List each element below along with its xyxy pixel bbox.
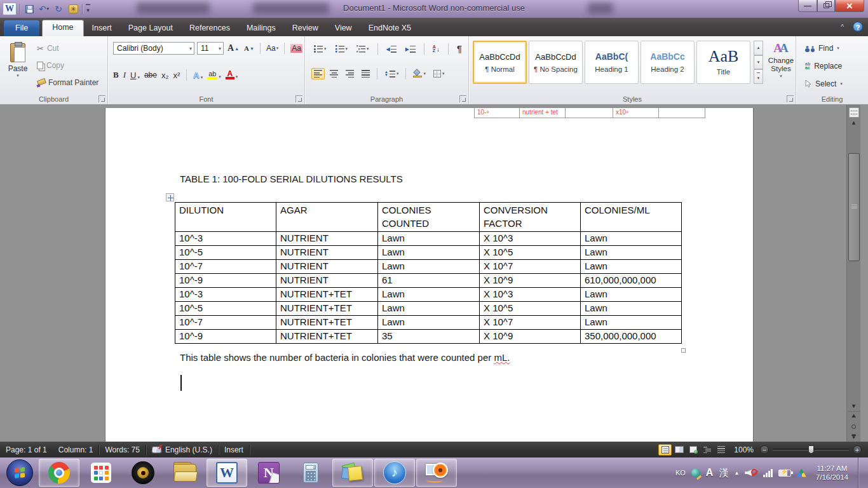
underline-button[interactable]: U▾ [130,71,140,80]
multilevel-list-button[interactable]: ▾ [354,43,372,55]
taskbar-onenote-button[interactable]: N [248,459,289,487]
styles-dialog-launcher[interactable] [787,95,794,102]
table-cell[interactable]: 610,000,000,000 [581,274,682,288]
table-cell[interactable]: Lawn [581,288,682,302]
find-button[interactable]: Find▾ [805,44,839,53]
ime-language-button[interactable]: KO [675,469,686,477]
zoom-track[interactable] [773,449,849,451]
stray-table-row[interactable]: 10-⁹nutrient + tetx10⁹ [475,108,705,118]
scrollbar-track[interactable] [848,128,860,401]
table-cell[interactable]: Lawn [378,288,480,302]
table-cell[interactable]: NUTRIENT [276,246,378,260]
draft-button[interactable] [714,444,728,456]
bullets-button[interactable]: ▾ [311,43,329,55]
table-cell[interactable]: Lawn [378,260,480,274]
close-button[interactable]: ✕ [835,0,864,12]
table-cell[interactable]: NUTRIENT [276,260,378,274]
collapse-ribbon-icon[interactable]: ^ [841,24,844,30]
restore-button[interactable] [817,0,835,12]
table-cell[interactable]: Lawn [378,316,480,330]
style-normal[interactable]: AaBbCcDd¶ Normal [473,41,527,84]
zoom-level[interactable]: 100% [733,445,755,454]
clear-formatting-button[interactable]: Aa [289,42,304,55]
increase-indent-button[interactable]: ▶ [403,44,418,55]
paste-button[interactable]: Paste ▾ [4,40,32,92]
hidden-icons-chevron[interactable]: ▲ [734,470,739,476]
style-heading-2[interactable]: AaBbCcHeading 2 [641,41,695,84]
column-indicator[interactable]: Column: 1 [53,445,99,454]
table-cell[interactable]: Lawn [378,246,480,260]
next-page-button[interactable]: ▂▼ [848,431,860,440]
select-button[interactable]: Select▾ [805,79,843,88]
table-cell[interactable]: Lawn [581,246,682,260]
align-center-button[interactable] [327,68,341,79]
show-hide-pilcrow-button[interactable]: ¶ [454,42,465,56]
italic-button[interactable]: I [123,70,126,80]
stray-cell[interactable]: nutrient + tet [519,108,566,118]
battery-plug-icon[interactable] [778,470,791,477]
change-case-button[interactable]: Aa▾ [265,42,280,55]
numbering-button[interactable]: ▾ [333,43,351,55]
column-header[interactable]: DILUTION [175,203,276,232]
table-cell[interactable]: 10^-5 [175,302,276,316]
clock[interactable]: 11:27 AM 7/16/2014 [812,464,852,482]
zoom-out-button[interactable]: − [760,445,769,454]
table-cell[interactable]: NUTRIENT [276,274,378,288]
taskbar-calculator-button[interactable]: 0 [290,459,331,487]
results-table[interactable]: DILUTIONAGARCOLONIES COUNTEDCONVERSION F… [175,202,682,344]
scroll-down-arrow[interactable]: ▼ [848,401,860,411]
table-cell[interactable]: Lawn [581,232,682,246]
tab-mailings[interactable]: Mailings [238,20,284,36]
table-move-handle[interactable] [166,193,174,201]
table-cell[interactable]: 10^-9 [175,330,276,344]
taskbar-word-button[interactable]: W [207,459,247,487]
network-signal-icon[interactable] [763,468,773,477]
text-effects-button[interactable]: A▾ [193,71,203,80]
tab-file[interactable]: File [4,20,39,36]
table-cell[interactable]: X 10^9 [480,330,581,344]
tab-home[interactable]: Home [42,20,83,36]
google-drive-icon[interactable] [797,469,806,477]
language-globe-icon[interactable] [691,468,700,477]
shading-button[interactable]: ▾ [410,68,428,79]
minimize-button[interactable]: — [798,0,817,12]
line-spacing-button[interactable]: ▲▼▾ [382,69,401,79]
table-cell[interactable]: X 10^5 [480,302,581,316]
document-table-title[interactable]: TABLE 1: 100-FOLD SERIAL DILUTIONS RESUL… [180,173,403,184]
strikethrough-button[interactable]: abe [144,71,157,79]
font-family-combobox[interactable]: Calibri (Body)▾ [113,42,194,55]
column-header[interactable]: COLONIES/ML [581,203,682,232]
font-size-combobox[interactable]: 11▾ [197,42,224,55]
table-cell[interactable]: Lawn [581,302,682,316]
document-page[interactable]: 10-⁹nutrient + tetx10⁹ TABLE 1: 100-FOLD… [105,108,753,442]
start-button[interactable] [6,459,33,486]
gallery-down-button[interactable]: ▼ [754,55,763,70]
table-cell[interactable]: 10^-5 [175,246,276,260]
table-cell[interactable]: NUTRIENT+TET [276,316,378,330]
grow-font-button[interactable]: A▲ [226,42,240,55]
select-browse-object-button[interactable] [851,424,856,429]
vertical-scrollbar[interactable]: ▲ ▼ ▲▔ ▂▼ [846,105,860,442]
column-header[interactable]: AGAR [276,203,378,232]
highlight-button[interactable]: ab▾ [207,71,221,79]
align-right-button[interactable] [343,68,356,79]
tab-page-layout[interactable]: Page Layout [120,20,181,36]
volume-muted-icon[interactable] [745,468,757,478]
table-cell[interactable]: Lawn [581,316,682,330]
replace-button[interactable]: abac Replace [805,62,842,71]
paragraph-dialog-launcher[interactable] [459,95,466,102]
taskbar-chrome-button[interactable] [39,459,79,487]
table-cell[interactable]: X 10^7 [480,316,581,330]
page-indicator[interactable]: Page: 1 of 1 [0,445,53,454]
zoom-in-button[interactable]: + [853,445,862,454]
stray-cell[interactable] [565,108,613,118]
table-cell[interactable]: X 10^3 [480,232,581,246]
taskbar-explorer-button[interactable] [165,459,205,487]
view-ruler-button[interactable] [849,107,859,118]
decrease-indent-button[interactable]: ◀ [384,44,399,55]
subscript-button[interactable]: x₂ [161,71,169,80]
proofing-status[interactable]: English (U.S.) [146,445,218,454]
previous-page-button[interactable]: ▲▔ [848,413,860,423]
table-cell[interactable]: 10^-7 [175,316,276,330]
zoom-handle[interactable] [808,445,814,454]
